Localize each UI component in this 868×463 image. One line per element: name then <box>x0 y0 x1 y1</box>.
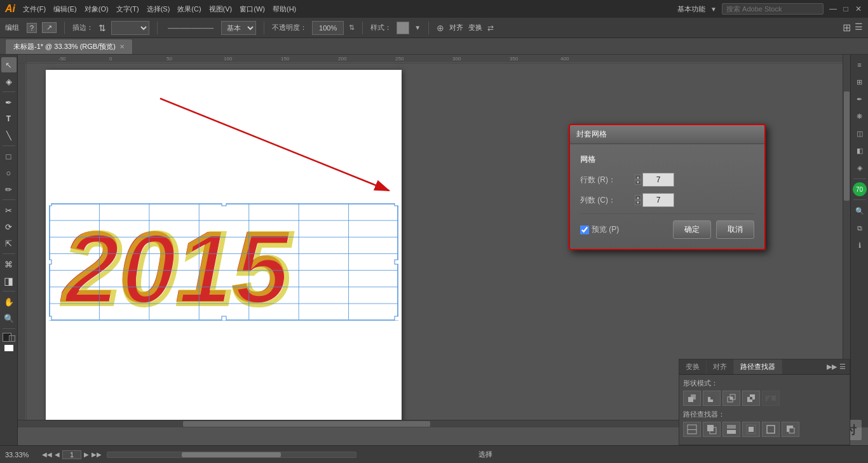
shape-unite[interactable] <box>683 391 701 406</box>
tool-zoom[interactable]: 🔍 <box>1 311 17 326</box>
tool-brush[interactable]: ✏ <box>1 182 17 197</box>
workspace-dropdown-icon[interactable]: ▼ <box>710 6 717 13</box>
scrollbar-vertical-thumb[interactable] <box>844 91 850 201</box>
doc-tab-close[interactable]: ✕ <box>119 43 125 50</box>
right-icon-appear[interactable]: ◈ <box>852 160 867 175</box>
pf-outline[interactable] <box>762 422 780 437</box>
rows-down-btn[interactable]: ▼ <box>635 180 641 185</box>
dialog-section-grid: 网格 <box>580 154 754 165</box>
opacity-arrows[interactable]: ⇅ <box>349 23 355 32</box>
transform-icon[interactable]: ⇄ <box>487 23 494 32</box>
document-tab[interactable]: 未标题-1* @ 33.33% (RGB/预览) ✕ <box>5 39 133 54</box>
interpolate-arrows[interactable]: ⇅ <box>98 23 106 33</box>
panel-menu-btn[interactable]: ☰ <box>839 363 846 371</box>
tab-transform[interactable]: 变换 <box>679 359 707 374</box>
svg-rect-46 <box>750 397 752 399</box>
tool-separator-4 <box>3 253 15 254</box>
tool-blend[interactable]: ⌘ <box>1 257 17 272</box>
list-view-icon[interactable]: ☰ <box>855 22 863 34</box>
right-icon-layers[interactable]: ⧉ <box>852 220 867 236</box>
right-icon-cs[interactable]: 70 <box>853 182 867 196</box>
shape-intersect[interactable] <box>722 391 740 406</box>
menu-select[interactable]: 选择(S) <box>147 4 170 14</box>
tool-scissors[interactable]: ✂ <box>1 203 17 218</box>
menu-edit[interactable]: 编辑(E) <box>53 4 77 14</box>
right-icon-1[interactable]: ≡ <box>852 57 867 72</box>
tool-gradient[interactable]: ◨ <box>1 273 17 288</box>
menu-text[interactable]: 文字(T) <box>116 4 139 14</box>
interpolate-select[interactable] <box>111 21 149 35</box>
rows-spinner-arrows[interactable]: ▲ ▼ <box>635 175 641 185</box>
scrollbar-horizontal-thumb[interactable] <box>183 421 430 427</box>
shape-expand[interactable]: 扩展 <box>762 391 780 406</box>
status-scrollbar[interactable] <box>107 452 356 458</box>
cols-spinner-arrows[interactable]: ▲ ▼ <box>635 195 641 205</box>
tool-ellipse[interactable]: ○ <box>1 165 17 180</box>
menu-help[interactable]: 帮助(H) <box>273 4 296 14</box>
rows-input[interactable]: 7 <box>642 173 674 187</box>
right-icon-symbol[interactable]: ❋ <box>852 109 867 124</box>
nav-last-btn[interactable]: ▶▶ <box>92 451 102 458</box>
tool-scale[interactable]: ⇱ <box>1 236 17 251</box>
stroke-color-swatch[interactable] <box>9 335 15 342</box>
tool-hand[interactable]: ✋ <box>1 294 17 309</box>
tool-direct-select[interactable]: ◈ <box>1 74 17 89</box>
pf-divide[interactable] <box>683 422 701 437</box>
arrow-tool-icon[interactable]: ↗ <box>42 22 57 33</box>
restore-button[interactable]: □ <box>841 4 850 13</box>
grid-view-icon[interactable]: ⊞ <box>843 22 851 34</box>
tool-rect[interactable]: □ <box>1 149 17 164</box>
preview-checkbox[interactable] <box>580 225 589 234</box>
right-icon-2[interactable]: ⊞ <box>852 74 867 90</box>
shape-minus-front[interactable] <box>703 391 721 406</box>
close-button[interactable]: ✕ <box>854 4 863 13</box>
tool-rotate[interactable]: ⟳ <box>1 219 17 234</box>
nav-next-btn[interactable]: ▶ <box>84 451 89 458</box>
swap-colors[interactable] <box>4 345 13 351</box>
right-icon-brush[interactable]: ✒ <box>852 91 867 107</box>
cols-up-btn[interactable]: ▲ <box>635 195 641 200</box>
transform-label[interactable]: 变换 <box>468 23 482 32</box>
search-stock-input[interactable] <box>722 3 824 15</box>
tool-line[interactable]: ╲ <box>1 128 17 143</box>
menu-object[interactable]: 对象(O) <box>85 4 109 14</box>
shape-exclude[interactable] <box>742 391 760 406</box>
cancel-button[interactable]: 取消 <box>716 220 754 239</box>
menu-effect[interactable]: 效果(C) <box>177 4 201 14</box>
globe-icon[interactable]: ⊕ <box>437 23 444 33</box>
right-icon-search[interactable]: 🔍 <box>852 203 867 218</box>
pf-trim[interactable] <box>703 422 721 437</box>
style-dropdown-icon[interactable]: ▼ <box>414 24 421 31</box>
cols-input[interactable]: 7 <box>642 193 674 207</box>
cols-down-btn[interactable]: ▼ <box>635 200 641 205</box>
rows-up-btn[interactable]: ▲ <box>635 175 641 180</box>
menu-window[interactable]: 窗口(W) <box>240 4 265 14</box>
tool-pen[interactable]: ✒ <box>1 95 17 110</box>
svg-text:100: 100 <box>224 56 233 62</box>
svg-text:200: 200 <box>338 56 347 62</box>
tab-align[interactable]: 对齐 <box>707 359 734 374</box>
pf-crop[interactable] <box>742 422 760 437</box>
menu-file[interactable]: 文件(F) <box>23 4 46 14</box>
ok-button[interactable]: 确定 <box>673 220 711 239</box>
pf-merge[interactable] <box>722 422 740 437</box>
right-icon-gradient[interactable]: ◫ <box>852 126 867 141</box>
panel-expand-btn[interactable]: ▶▶ <box>827 363 837 371</box>
tab-pathfinder[interactable]: 路径查找器 <box>734 359 782 374</box>
menu-view[interactable]: 视图(V) <box>209 4 233 14</box>
right-icon-transparency[interactable]: ◧ <box>852 143 867 158</box>
align-label[interactable]: 对齐 <box>449 23 463 32</box>
right-icon-info[interactable]: ℹ <box>852 238 867 253</box>
minimize-button[interactable]: — <box>829 4 837 13</box>
tool-type[interactable]: T <box>1 111 17 126</box>
style-swatch[interactable] <box>397 22 409 34</box>
question-icon[interactable]: ? <box>27 23 37 33</box>
pf-minus-back[interactable] <box>782 422 799 437</box>
nav-prev-btn[interactable]: ◀ <box>55 451 60 458</box>
workspace-label[interactable]: 基本功能 <box>677 4 705 14</box>
nav-first-btn[interactable]: ◀◀ <box>42 451 52 458</box>
page-number-input[interactable] <box>62 450 81 459</box>
opacity-input[interactable] <box>312 21 344 35</box>
stroke-style-select[interactable]: 基本 <box>221 21 256 35</box>
tool-select[interactable]: ↖ <box>1 57 17 72</box>
